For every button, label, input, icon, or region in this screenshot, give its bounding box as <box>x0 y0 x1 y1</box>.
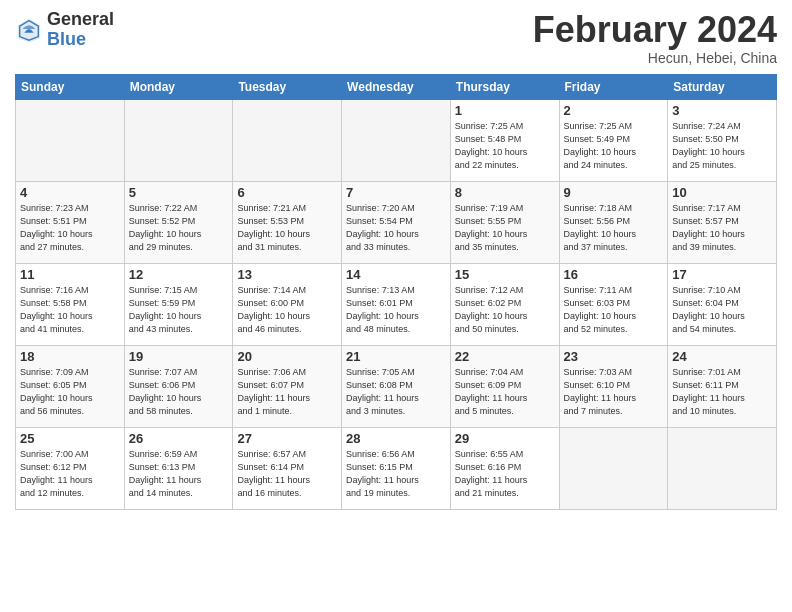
day-info: Sunrise: 7:16 AM Sunset: 5:58 PM Dayligh… <box>20 284 120 336</box>
day-info: Sunrise: 7:06 AM Sunset: 6:07 PM Dayligh… <box>237 366 337 418</box>
day-number: 15 <box>455 267 555 282</box>
day-number: 18 <box>20 349 120 364</box>
col-header-thursday: Thursday <box>450 74 559 99</box>
day-number: 28 <box>346 431 446 446</box>
day-info: Sunrise: 6:55 AM Sunset: 6:16 PM Dayligh… <box>455 448 555 500</box>
calendar-cell: 16Sunrise: 7:11 AM Sunset: 6:03 PM Dayli… <box>559 263 668 345</box>
week-row-3: 18Sunrise: 7:09 AM Sunset: 6:05 PM Dayli… <box>16 345 777 427</box>
day-number: 13 <box>237 267 337 282</box>
day-info: Sunrise: 6:59 AM Sunset: 6:13 PM Dayligh… <box>129 448 229 500</box>
day-number: 3 <box>672 103 772 118</box>
logo-general: General <box>47 10 114 30</box>
calendar-cell: 1Sunrise: 7:25 AM Sunset: 5:48 PM Daylig… <box>450 99 559 181</box>
col-header-wednesday: Wednesday <box>342 74 451 99</box>
calendar-cell <box>559 427 668 509</box>
day-info: Sunrise: 7:13 AM Sunset: 6:01 PM Dayligh… <box>346 284 446 336</box>
main-container: General Blue February 2024 Hecun, Hebei,… <box>0 0 792 515</box>
month-title: February 2024 <box>533 10 777 50</box>
calendar-cell: 29Sunrise: 6:55 AM Sunset: 6:16 PM Dayli… <box>450 427 559 509</box>
day-number: 6 <box>237 185 337 200</box>
day-number: 29 <box>455 431 555 446</box>
day-info: Sunrise: 6:56 AM Sunset: 6:15 PM Dayligh… <box>346 448 446 500</box>
day-number: 25 <box>20 431 120 446</box>
calendar-cell: 25Sunrise: 7:00 AM Sunset: 6:12 PM Dayli… <box>16 427 125 509</box>
day-info: Sunrise: 7:24 AM Sunset: 5:50 PM Dayligh… <box>672 120 772 172</box>
day-number: 7 <box>346 185 446 200</box>
day-number: 4 <box>20 185 120 200</box>
calendar-cell: 21Sunrise: 7:05 AM Sunset: 6:08 PM Dayli… <box>342 345 451 427</box>
day-number: 11 <box>20 267 120 282</box>
logo: General Blue <box>15 10 114 50</box>
day-info: Sunrise: 7:04 AM Sunset: 6:09 PM Dayligh… <box>455 366 555 418</box>
calendar-cell: 6Sunrise: 7:21 AM Sunset: 5:53 PM Daylig… <box>233 181 342 263</box>
day-info: Sunrise: 7:07 AM Sunset: 6:06 PM Dayligh… <box>129 366 229 418</box>
day-info: Sunrise: 7:25 AM Sunset: 5:49 PM Dayligh… <box>564 120 664 172</box>
calendar-cell: 10Sunrise: 7:17 AM Sunset: 5:57 PM Dayli… <box>668 181 777 263</box>
day-info: Sunrise: 7:12 AM Sunset: 6:02 PM Dayligh… <box>455 284 555 336</box>
calendar-cell: 3Sunrise: 7:24 AM Sunset: 5:50 PM Daylig… <box>668 99 777 181</box>
calendar-cell: 5Sunrise: 7:22 AM Sunset: 5:52 PM Daylig… <box>124 181 233 263</box>
calendar-cell: 23Sunrise: 7:03 AM Sunset: 6:10 PM Dayli… <box>559 345 668 427</box>
calendar-cell <box>124 99 233 181</box>
day-info: Sunrise: 7:25 AM Sunset: 5:48 PM Dayligh… <box>455 120 555 172</box>
day-number: 1 <box>455 103 555 118</box>
logo-icon <box>15 16 43 44</box>
day-number: 5 <box>129 185 229 200</box>
calendar-cell: 26Sunrise: 6:59 AM Sunset: 6:13 PM Dayli… <box>124 427 233 509</box>
day-number: 14 <box>346 267 446 282</box>
calendar-cell: 17Sunrise: 7:10 AM Sunset: 6:04 PM Dayli… <box>668 263 777 345</box>
calendar-cell: 4Sunrise: 7:23 AM Sunset: 5:51 PM Daylig… <box>16 181 125 263</box>
header: General Blue February 2024 Hecun, Hebei,… <box>15 10 777 66</box>
calendar-cell: 22Sunrise: 7:04 AM Sunset: 6:09 PM Dayli… <box>450 345 559 427</box>
day-info: Sunrise: 7:00 AM Sunset: 6:12 PM Dayligh… <box>20 448 120 500</box>
week-row-1: 4Sunrise: 7:23 AM Sunset: 5:51 PM Daylig… <box>16 181 777 263</box>
title-block: February 2024 Hecun, Hebei, China <box>533 10 777 66</box>
calendar-cell <box>668 427 777 509</box>
calendar-cell: 28Sunrise: 6:56 AM Sunset: 6:15 PM Dayli… <box>342 427 451 509</box>
calendar-cell <box>233 99 342 181</box>
day-number: 21 <box>346 349 446 364</box>
calendar-table: SundayMondayTuesdayWednesdayThursdayFrid… <box>15 74 777 510</box>
col-header-sunday: Sunday <box>16 74 125 99</box>
calendar-cell: 15Sunrise: 7:12 AM Sunset: 6:02 PM Dayli… <box>450 263 559 345</box>
day-number: 10 <box>672 185 772 200</box>
day-number: 9 <box>564 185 664 200</box>
day-number: 19 <box>129 349 229 364</box>
day-info: Sunrise: 7:01 AM Sunset: 6:11 PM Dayligh… <box>672 366 772 418</box>
col-header-saturday: Saturday <box>668 74 777 99</box>
day-info: Sunrise: 7:03 AM Sunset: 6:10 PM Dayligh… <box>564 366 664 418</box>
day-number: 17 <box>672 267 772 282</box>
logo-blue: Blue <box>47 30 114 50</box>
day-info: Sunrise: 7:19 AM Sunset: 5:55 PM Dayligh… <box>455 202 555 254</box>
calendar-cell: 12Sunrise: 7:15 AM Sunset: 5:59 PM Dayli… <box>124 263 233 345</box>
calendar-cell: 11Sunrise: 7:16 AM Sunset: 5:58 PM Dayli… <box>16 263 125 345</box>
col-header-tuesday: Tuesday <box>233 74 342 99</box>
day-number: 16 <box>564 267 664 282</box>
col-header-monday: Monday <box>124 74 233 99</box>
calendar-cell: 13Sunrise: 7:14 AM Sunset: 6:00 PM Dayli… <box>233 263 342 345</box>
day-number: 26 <box>129 431 229 446</box>
day-info: Sunrise: 7:22 AM Sunset: 5:52 PM Dayligh… <box>129 202 229 254</box>
week-row-2: 11Sunrise: 7:16 AM Sunset: 5:58 PM Dayli… <box>16 263 777 345</box>
day-info: Sunrise: 7:20 AM Sunset: 5:54 PM Dayligh… <box>346 202 446 254</box>
day-info: Sunrise: 7:09 AM Sunset: 6:05 PM Dayligh… <box>20 366 120 418</box>
day-number: 12 <box>129 267 229 282</box>
day-number: 23 <box>564 349 664 364</box>
day-info: Sunrise: 7:18 AM Sunset: 5:56 PM Dayligh… <box>564 202 664 254</box>
day-info: Sunrise: 6:57 AM Sunset: 6:14 PM Dayligh… <box>237 448 337 500</box>
calendar-cell <box>16 99 125 181</box>
calendar-cell: 9Sunrise: 7:18 AM Sunset: 5:56 PM Daylig… <box>559 181 668 263</box>
calendar-cell: 14Sunrise: 7:13 AM Sunset: 6:01 PM Dayli… <box>342 263 451 345</box>
day-info: Sunrise: 7:23 AM Sunset: 5:51 PM Dayligh… <box>20 202 120 254</box>
day-number: 22 <box>455 349 555 364</box>
day-number: 24 <box>672 349 772 364</box>
location: Hecun, Hebei, China <box>533 50 777 66</box>
day-info: Sunrise: 7:15 AM Sunset: 5:59 PM Dayligh… <box>129 284 229 336</box>
calendar-cell: 8Sunrise: 7:19 AM Sunset: 5:55 PM Daylig… <box>450 181 559 263</box>
day-info: Sunrise: 7:14 AM Sunset: 6:00 PM Dayligh… <box>237 284 337 336</box>
day-info: Sunrise: 7:10 AM Sunset: 6:04 PM Dayligh… <box>672 284 772 336</box>
calendar-cell: 24Sunrise: 7:01 AM Sunset: 6:11 PM Dayli… <box>668 345 777 427</box>
week-row-4: 25Sunrise: 7:00 AM Sunset: 6:12 PM Dayli… <box>16 427 777 509</box>
calendar-cell: 2Sunrise: 7:25 AM Sunset: 5:49 PM Daylig… <box>559 99 668 181</box>
calendar-cell: 18Sunrise: 7:09 AM Sunset: 6:05 PM Dayli… <box>16 345 125 427</box>
